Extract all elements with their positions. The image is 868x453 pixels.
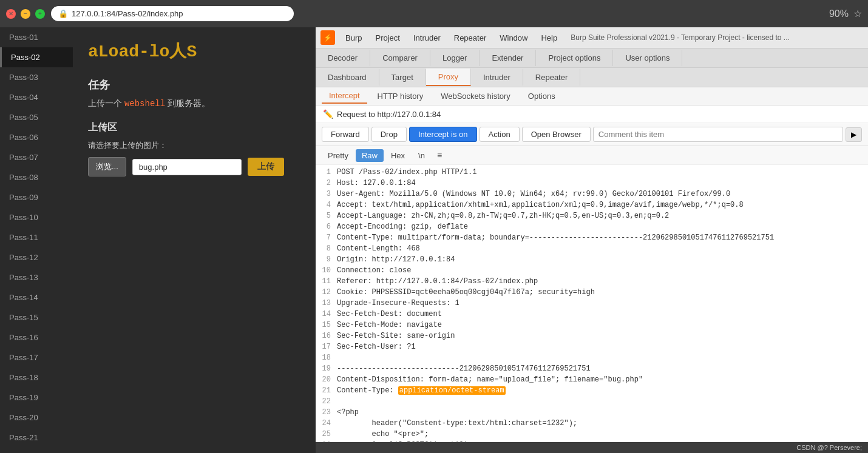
file-browse-button[interactable]: 浏览... bbox=[88, 157, 126, 176]
zoom-level: 90% bbox=[829, 8, 849, 19]
sidebar-item-pass-01[interactable]: Pass-01 bbox=[0, 27, 73, 47]
format-menu-icon[interactable]: ≡ bbox=[432, 149, 447, 162]
line-number: 9 bbox=[319, 255, 337, 266]
proxy-subtab-http-history[interactable]: HTTP history bbox=[370, 89, 431, 103]
top-tab-project-options[interactable]: Project options bbox=[536, 50, 613, 66]
open-browser-button[interactable]: Open Browser bbox=[522, 127, 591, 142]
menu-item-repeater[interactable]: Repeater bbox=[448, 31, 492, 45]
sidebar-item-pass-13[interactable]: Pass-13 bbox=[0, 267, 73, 287]
upload-label: 请选择要上传的图片： bbox=[88, 140, 300, 151]
request-line: 20Content-Disposition: form-data; name="… bbox=[316, 375, 868, 386]
line-number: 5 bbox=[319, 212, 337, 223]
request-line: 13Upgrade-Insecure-Requests: 1 bbox=[316, 299, 868, 310]
sidebar-item-pass-17[interactable]: Pass-17 bbox=[0, 347, 73, 367]
request-line: 18 bbox=[316, 354, 868, 364]
top-tab-logger[interactable]: Logger bbox=[430, 50, 480, 66]
sidebar-item-pass-15[interactable]: Pass-15 bbox=[0, 307, 73, 327]
format-tab-n[interactable]: \n bbox=[412, 149, 431, 162]
proxy-subtab-intercept[interactable]: Intercept bbox=[322, 89, 367, 104]
format-tab-raw[interactable]: Raw bbox=[356, 149, 384, 162]
sidebar-item-pass-11[interactable]: Pass-11 bbox=[0, 227, 73, 247]
request-line: 17Sec-Fetch-User: ?1 bbox=[316, 343, 868, 354]
sidebar-item-pass-09[interactable]: Pass-09 bbox=[0, 187, 73, 207]
forward-button[interactable]: Forward bbox=[322, 127, 369, 142]
task-description: 上传一个 webshell 到服务器。 bbox=[88, 98, 300, 109]
sidebar-item-pass-10[interactable]: Pass-10 bbox=[0, 207, 73, 227]
sidebar-item-pass-08[interactable]: Pass-08 bbox=[0, 167, 73, 187]
menu-item-intruder[interactable]: Intruder bbox=[407, 31, 447, 45]
top-tab-user-options[interactable]: User options bbox=[613, 50, 682, 66]
top-tab-extender[interactable]: Extender bbox=[480, 50, 536, 66]
task-desc-text: 上传一个 bbox=[88, 98, 122, 108]
line-content: Accept: text/html,application/xhtml+xml,… bbox=[337, 201, 865, 212]
proxy-subtabs: InterceptHTTP historyWebSockets historyO… bbox=[316, 87, 868, 106]
menu-item-burp[interactable]: Burp bbox=[339, 31, 368, 45]
security-icon: 🔒 bbox=[58, 9, 68, 18]
proxy-subtab-options[interactable]: Options bbox=[521, 89, 563, 103]
file-name-input[interactable] bbox=[132, 159, 242, 175]
line-number: 25 bbox=[319, 430, 337, 441]
tab-intruder[interactable]: Intruder bbox=[471, 69, 523, 86]
intercept-toggle-button[interactable]: Intercept is on bbox=[409, 127, 477, 142]
menu-item-window[interactable]: Window bbox=[493, 31, 534, 45]
task-suffix: 到服务器。 bbox=[168, 98, 210, 108]
sidebar-item-pass-18[interactable]: Pass-18 bbox=[0, 367, 73, 388]
menu-item-help[interactable]: Help bbox=[535, 31, 563, 45]
tab-target[interactable]: Target bbox=[379, 69, 426, 86]
sidebar-item-pass-12[interactable]: Pass-12 bbox=[0, 247, 73, 267]
line-content: Sec-Fetch-Mode: navigate bbox=[337, 321, 865, 332]
request-info-text: Request to http://127.0.0.1:84 bbox=[337, 110, 441, 119]
menu-item-project[interactable]: Project bbox=[369, 31, 405, 45]
request-line: 3User-Agent: Mozilla/5.0 (Windows NT 10.… bbox=[316, 190, 868, 201]
task-highlight: webshell bbox=[124, 99, 165, 109]
tab-dashboard[interactable]: Dashboard bbox=[316, 69, 379, 86]
maximize-button[interactable]: + bbox=[35, 9, 45, 19]
line-content: Origin: http://127.0.0.1:84 bbox=[337, 255, 865, 266]
tab-repeater[interactable]: Repeater bbox=[523, 69, 580, 86]
upload-button[interactable]: 上传 bbox=[248, 158, 284, 176]
sidebar-nav: Pass-01Pass-02Pass-03Pass-04Pass-05Pass-… bbox=[0, 27, 73, 448]
tab-proxy[interactable]: Proxy bbox=[426, 69, 471, 86]
left-wrapper: Pass-01Pass-02Pass-03Pass-04Pass-05Pass-… bbox=[0, 27, 316, 453]
top-tab-comparer[interactable]: Comparer bbox=[370, 50, 430, 66]
line-content: Sec-Fetch-User: ?1 bbox=[337, 343, 865, 354]
format-tabs: PrettyRawHex\n≡ bbox=[316, 146, 868, 165]
sidebar-item-pass-04[interactable]: Pass-04 bbox=[0, 87, 73, 107]
sidebar-item-pass-19[interactable]: Pass-19 bbox=[0, 388, 73, 408]
sidebar-item-pass-06[interactable]: Pass-06 bbox=[0, 127, 73, 147]
action-button[interactable]: Action bbox=[480, 127, 520, 142]
sidebar-item-pass-21[interactable]: Pass-21 bbox=[0, 428, 73, 448]
line-content bbox=[337, 397, 865, 408]
minimize-button[interactable]: − bbox=[21, 9, 30, 19]
line-number: 22 bbox=[319, 397, 337, 408]
request-line: 23<?php bbox=[316, 408, 868, 419]
line-content: Host: 127.0.0.1:84 bbox=[337, 179, 865, 190]
proxy-subtab-websockets-history[interactable]: WebSockets history bbox=[433, 89, 518, 103]
line-number: 16 bbox=[319, 332, 337, 343]
line-number: 24 bbox=[319, 419, 337, 430]
request-line: 14Sec-Fetch-Dest: document bbox=[316, 310, 868, 321]
sidebar-item-pass-16[interactable]: Pass-16 bbox=[0, 327, 73, 347]
line-number: 21 bbox=[319, 386, 337, 397]
line-content: header("Constent-type:text/html:charset=… bbox=[337, 419, 865, 430]
arrow-button[interactable]: ▶ bbox=[846, 127, 862, 142]
comment-input[interactable] bbox=[593, 127, 843, 142]
format-tab-pretty[interactable]: Pretty bbox=[322, 149, 354, 162]
burp-panel: ⚡ BurpProjectIntruderRepeaterWindowHelp … bbox=[316, 27, 868, 453]
line-content: Content-Type: application/octet-stream bbox=[337, 386, 865, 397]
format-tab-hex[interactable]: Hex bbox=[385, 149, 411, 162]
bookmark-icon: ☆ bbox=[853, 8, 862, 19]
sidebar-item-pass-02[interactable]: Pass-02 bbox=[0, 47, 73, 67]
top-tab-decoder[interactable]: Decoder bbox=[316, 50, 370, 66]
sidebar-item-pass-07[interactable]: Pass-07 bbox=[0, 147, 73, 167]
sidebar-item-pass-14[interactable]: Pass-14 bbox=[0, 287, 73, 307]
close-button[interactable]: ✕ bbox=[6, 9, 16, 19]
drop-button[interactable]: Drop bbox=[371, 127, 407, 142]
line-content: POST /Pass-02/index.php HTTP/1.1 bbox=[337, 168, 865, 179]
sidebar-item-pass-05[interactable]: Pass-05 bbox=[0, 107, 73, 127]
line-number: 15 bbox=[319, 321, 337, 332]
sidebar-item-pass-20[interactable]: Pass-20 bbox=[0, 408, 73, 428]
sidebar-item-pass-03[interactable]: Pass-03 bbox=[0, 67, 73, 87]
url-bar[interactable]: 🔒 127.0.0.1:84/Pass-02/index.php bbox=[51, 6, 294, 21]
line-number: 6 bbox=[319, 223, 337, 233]
